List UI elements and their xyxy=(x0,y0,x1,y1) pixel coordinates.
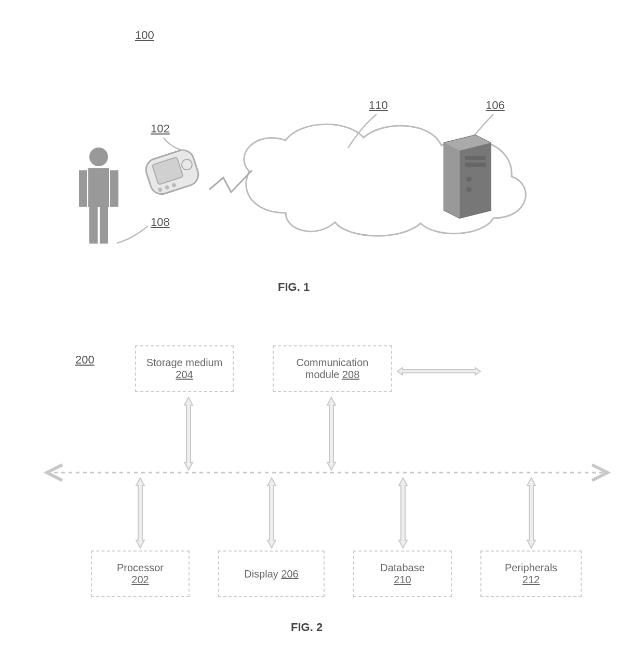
display-text: Display 206 xyxy=(244,568,299,580)
svg-rect-11 xyxy=(110,170,118,207)
peripherals-ref: 212 xyxy=(522,574,540,586)
fig1-label: FIG. 1 xyxy=(278,280,310,294)
display-label: Display xyxy=(244,568,281,580)
wireless-icon xyxy=(205,166,257,203)
ref-102: 102 xyxy=(151,122,170,136)
svg-rect-4 xyxy=(465,156,486,160)
svg-rect-13 xyxy=(100,207,108,244)
server-icon xyxy=(439,132,496,221)
processor-ref: 202 xyxy=(131,574,149,586)
comm-external-arrow xyxy=(395,364,488,379)
database-label: Database xyxy=(380,562,425,574)
comm-ref: 208 xyxy=(342,369,359,380)
processor-label: Processor xyxy=(117,562,164,574)
svg-rect-9 xyxy=(88,168,109,207)
fig2-label: FIG. 2 xyxy=(291,621,323,634)
pointer-108 xyxy=(112,223,153,249)
pointer-102 xyxy=(161,135,192,156)
svg-point-6 xyxy=(466,177,472,182)
bus-line xyxy=(36,390,618,556)
svg-marker-2 xyxy=(460,143,491,218)
display-box: Display 206 xyxy=(218,551,325,597)
database-ref: 210 xyxy=(394,574,411,586)
comm-box: Communication module 208 xyxy=(273,345,392,392)
svg-rect-5 xyxy=(465,163,486,167)
storage-label: Storage medium xyxy=(146,357,223,368)
display-ref: 206 xyxy=(281,568,298,580)
storage-box: Storage medium 204 xyxy=(135,345,234,392)
svg-point-8 xyxy=(89,147,108,166)
peripherals-label: Peripherals xyxy=(505,562,557,574)
ref-200: 200 xyxy=(75,353,95,367)
svg-marker-1 xyxy=(444,143,460,218)
comm-text: Communication module 208 xyxy=(278,357,387,381)
processor-box: Processor 202 xyxy=(91,551,190,597)
svg-point-7 xyxy=(466,187,472,192)
storage-ref: 204 xyxy=(176,369,193,380)
peripherals-box: Peripherals 212 xyxy=(480,551,582,597)
svg-rect-12 xyxy=(89,207,98,244)
storage-text: Storage medium 204 xyxy=(140,357,229,381)
ref-100: 100 xyxy=(135,29,154,42)
database-box: Database 210 xyxy=(353,551,452,597)
svg-rect-10 xyxy=(79,170,87,207)
ref-108: 108 xyxy=(151,216,170,229)
pointer-110 xyxy=(340,112,397,153)
